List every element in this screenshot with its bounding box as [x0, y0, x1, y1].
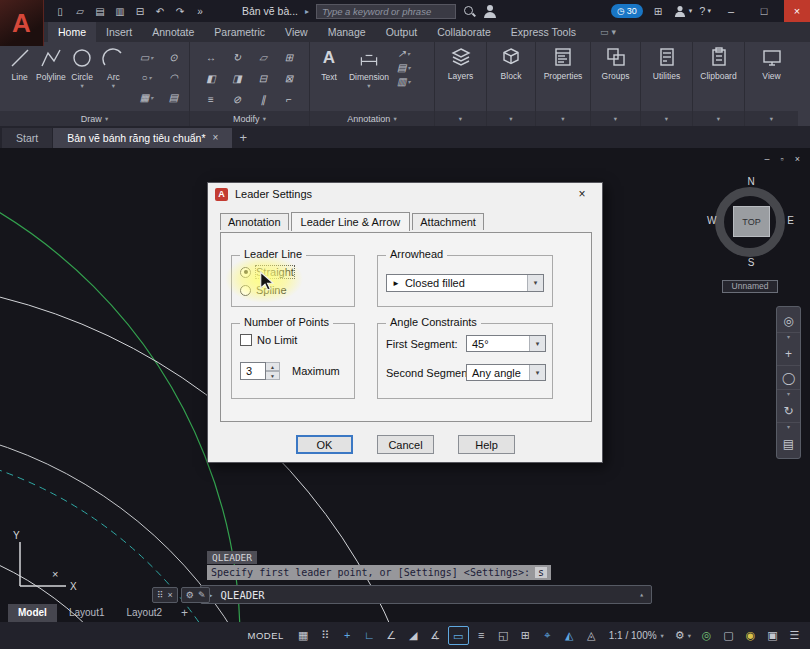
layout-tab-layout2[interactable]: Layout2 [116, 604, 172, 622]
search-input[interactable] [316, 4, 456, 19]
file-tab-drawing[interactable]: Bản vẽ bánh răng tiêu chuẩn* × [53, 128, 232, 148]
help-button[interactable]: Help [458, 435, 515, 454]
arc-tool-button[interactable]: Arc ▾ [98, 45, 129, 89]
straight-radio[interactable]: Straight [240, 266, 294, 278]
spline-radio-button[interactable] [240, 285, 251, 296]
hatch-tool-icon[interactable]: ▦▾ [133, 87, 160, 107]
plot-icon[interactable]: ⊟ [132, 6, 148, 17]
ribbon-tab-insert[interactable]: Insert [96, 22, 142, 42]
modify-panel-label[interactable]: Modify▾ [190, 111, 309, 126]
orbit-caret-icon[interactable]: ▾ [787, 423, 790, 432]
dynamic-input-icon[interactable]: + [338, 626, 357, 645]
cancel-button[interactable]: Cancel [377, 435, 434, 454]
zoom-icon[interactable]: ◯ [777, 366, 800, 390]
erase-tool-icon[interactable]: ⌐ [276, 89, 302, 110]
annotation-visibility-icon[interactable]: ◬ [582, 626, 601, 645]
viewcube-south[interactable]: S [706, 257, 796, 268]
text-tool-button[interactable]: A Text [314, 45, 344, 82]
navbar-caret-icon[interactable]: ▾ [787, 333, 790, 342]
dialog-titlebar[interactable]: A Leader Settings × [208, 183, 602, 205]
layers-panel-caret[interactable]: ▾ [435, 111, 486, 126]
view-button[interactable]: View [745, 42, 798, 111]
viewcube-east[interactable]: E [787, 215, 794, 226]
dimension-tool-button[interactable]: Dimension ▾ [344, 45, 394, 89]
polyline-tool-button[interactable]: Polyline [35, 45, 66, 82]
ribbon-tab-express-tools[interactable]: Express Tools [501, 22, 586, 42]
clipboard-panel-caret[interactable]: ▾ [693, 111, 744, 126]
minimize-button[interactable]: – [718, 0, 744, 22]
viewcube-north[interactable]: N [706, 176, 796, 187]
properties-panel-caret[interactable]: ▾ [536, 111, 590, 126]
annotation-panel-label[interactable]: Annotation▾ [310, 111, 434, 126]
selection-cycling-icon[interactable]: ⊞ [516, 626, 535, 645]
command-grip-chip[interactable]: ⠿ × [152, 587, 178, 603]
save-icon[interactable]: ▤ [92, 6, 108, 17]
file-tab-start[interactable]: Start [2, 128, 52, 148]
ribbon-tab-collaborate[interactable]: Collaborate [427, 22, 501, 42]
clipboard-button[interactable]: Clipboard [693, 42, 744, 111]
offset-tool-icon[interactable]: ∥ [250, 89, 276, 110]
draw-panel-label[interactable]: Draw▾ [0, 111, 189, 126]
tab-attachment[interactable]: Attachment [412, 213, 484, 230]
ribbon-tab-manage[interactable]: Manage [318, 22, 376, 42]
region-tool-icon[interactable]: ▤ [160, 87, 187, 107]
no-limit-checkbox-row[interactable]: No Limit [240, 334, 297, 346]
groups-panel-caret[interactable]: ▾ [591, 111, 640, 126]
first-segment-dropdown-icon[interactable]: ▾ [529, 336, 545, 351]
ortho-mode-icon[interactable]: ∟ [360, 626, 379, 645]
explode-tool-icon[interactable]: ⊠ [276, 68, 302, 89]
copy-tool-icon[interactable]: ◧ [198, 68, 224, 89]
save-as-icon[interactable]: ▥ [112, 6, 128, 17]
second-segment-select[interactable]: Any angle ▾ [466, 364, 546, 381]
zoom-caret-icon[interactable]: ▾ [787, 390, 790, 399]
hardware-acceleration-icon[interactable]: ▣ [763, 626, 782, 645]
dimension-flyout-caret-icon[interactable]: ▾ [367, 82, 370, 89]
stepper-up-icon[interactable]: ▲ [266, 362, 280, 371]
layers-button[interactable]: Layers [435, 42, 486, 111]
redo-icon[interactable]: ↷ [172, 6, 188, 17]
line-tool-button[interactable]: Line [4, 45, 35, 82]
snap-mode-icon[interactable]: ⠿ [316, 626, 335, 645]
tab-annotation[interactable]: Annotation [220, 213, 289, 230]
customization-menu-icon[interactable]: ☰ [785, 626, 804, 645]
open-file-icon[interactable]: ▱ [72, 6, 88, 17]
orbit-icon[interactable]: ↻ [777, 399, 800, 423]
arc-flyout-caret-icon[interactable]: ▾ [112, 82, 115, 89]
signin-menu[interactable]: ▾ [673, 4, 693, 18]
command-tools-chip[interactable]: ⚙ ✎ [181, 587, 211, 603]
help-menu[interactable]: ? ▾ [699, 5, 711, 17]
second-segment-dropdown-icon[interactable]: ▾ [529, 365, 545, 380]
steering-wheel-icon[interactable]: ◎ [777, 309, 800, 333]
notification-badge[interactable]: ◷ 30 [611, 4, 643, 18]
point-tool-icon[interactable]: ⊙ [160, 47, 187, 67]
graphics-performance-icon[interactable]: ▢ [719, 626, 738, 645]
ucs-icon[interactable]: Y × X [4, 528, 84, 598]
viewcube[interactable]: N W E S TOP [706, 176, 796, 268]
ok-button[interactable]: OK [296, 435, 353, 454]
rotate-tool-icon[interactable]: ↻ [224, 47, 250, 68]
ribbon-tab-annotate[interactable]: Annotate [142, 22, 204, 42]
file-tab-close-icon[interactable]: × [213, 128, 219, 148]
layout-tab-layout1[interactable]: Layout1 [59, 604, 115, 622]
properties-button[interactable]: Properties [536, 42, 590, 111]
maximum-points-value[interactable]: 3 [240, 362, 266, 380]
command-input-value[interactable]: QLEADER [220, 589, 264, 601]
stretch-tool-icon[interactable]: ≡ [198, 89, 224, 110]
ribbon-tab-output[interactable]: Output [376, 22, 428, 42]
utilities-button[interactable]: Utilities [641, 42, 692, 111]
ribbon-tab-view[interactable]: View [275, 22, 318, 42]
leader-tool-icon[interactable]: ↗▾ [397, 48, 410, 59]
mirror-tool-icon[interactable]: ◨ [224, 68, 250, 89]
ribbon-tab-home[interactable]: Home [48, 22, 96, 42]
utilities-panel-caret[interactable]: ▾ [641, 111, 692, 126]
dialog-close-button[interactable]: × [569, 187, 595, 201]
polar-tracking-icon[interactable]: ∠ [382, 626, 401, 645]
isometric-drafting-icon[interactable]: ◢ [404, 626, 423, 645]
table-tool-icon[interactable]: ▤▾ [397, 62, 410, 73]
annotation-scale-sync-icon[interactable]: ◭ [560, 626, 579, 645]
rectangle-tool-icon[interactable]: ▭▾ [133, 47, 160, 67]
ribbon-tab-parametric[interactable]: Parametric [204, 22, 275, 42]
transparency-icon[interactable]: ◱ [494, 626, 513, 645]
fillet-tool-icon[interactable]: ⊟ [250, 68, 276, 89]
move-tool-icon[interactable]: ↔ [198, 47, 224, 68]
